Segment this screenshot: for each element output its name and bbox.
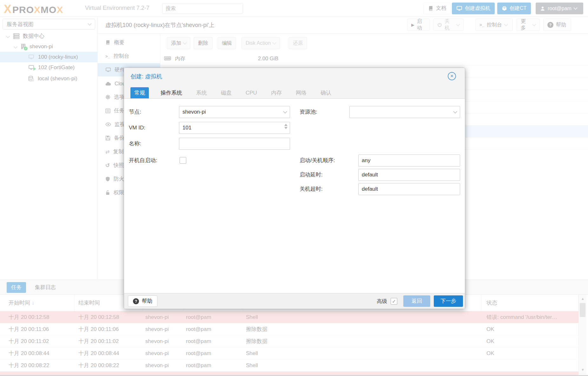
timeout-input[interactable] <box>358 183 460 195</box>
create-vm-dialog: 创建: 虚拟机 × 常规 操作系统 系统 磁盘 CPU 内存 网络 确认 节点:… <box>124 68 465 309</box>
next-button[interactable]: 下一步 <box>434 295 463 307</box>
tab-confirm: 确认 <box>318 87 334 98</box>
tab-cpu: CPU <box>243 87 259 98</box>
advanced-label: 高级 <box>377 295 387 307</box>
dialog-header: 创建: 虚拟机 × 常规 操作系统 系统 磁盘 CPU 内存 网络 确认 <box>124 68 465 99</box>
timeout-label: 关机超时: <box>300 183 323 195</box>
spinner-arrows[interactable] <box>284 124 287 129</box>
vmid-input[interactable] <box>179 122 290 134</box>
dialog-help-button[interactable]: ? 帮助 <box>128 295 157 307</box>
dialog-title: 创建: 虚拟机 <box>130 73 162 80</box>
tab-system: 系统 <box>194 87 209 98</box>
advanced-checkbox[interactable]: ✓ <box>391 298 397 305</box>
vmid-label: VM ID: <box>129 122 145 134</box>
order-label: 启动/关机顺序: <box>300 155 335 167</box>
question-icon: ? <box>133 298 139 304</box>
autostart-label: 开机自启动: <box>129 155 157 167</box>
back-button[interactable]: 返回 <box>403 295 430 307</box>
autostart-checkbox[interactable] <box>180 157 186 164</box>
name-label: 名称: <box>129 138 141 150</box>
dialog-tab-bar: 常规 操作系统 系统 磁盘 CPU 内存 网络 确认 <box>130 87 334 98</box>
vmid-spinner <box>179 122 290 134</box>
node-label: 节点: <box>129 106 141 118</box>
spinner-down-icon[interactable] <box>284 127 287 129</box>
tab-general[interactable]: 常规 <box>130 87 149 98</box>
chevron-down-icon <box>283 109 287 114</box>
tab-memory: 内存 <box>269 87 284 98</box>
pool-combobox[interactable] <box>349 106 460 118</box>
spinner-up-icon[interactable] <box>284 124 287 126</box>
dialog-footer: ? 帮助 高级 ✓ 返回 下一步 <box>124 293 465 309</box>
delay-label: 启动延时: <box>300 169 323 181</box>
tab-network: 网络 <box>294 87 309 98</box>
node-combobox[interactable]: shevon-pi <box>179 106 290 118</box>
order-input[interactable] <box>358 155 460 167</box>
close-icon[interactable]: × <box>448 72 456 80</box>
tab-disks: 磁盘 <box>219 87 234 98</box>
tab-os[interactable]: 操作系统 <box>158 87 184 98</box>
chevron-down-icon <box>453 109 457 114</box>
name-input[interactable] <box>179 138 290 150</box>
delay-input[interactable] <box>358 169 460 181</box>
pool-label: 资源池: <box>300 106 317 118</box>
